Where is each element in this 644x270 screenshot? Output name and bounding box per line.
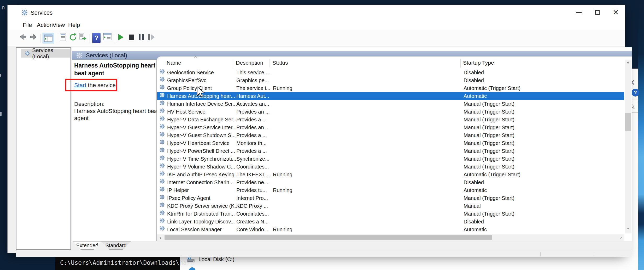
service-status: Running [273,171,292,178]
service-row[interactable]: Hyper-V Data Exchange Ser... Provides a … [157,116,624,123]
service-status: Running [273,226,292,233]
refresh-button[interactable] [69,33,77,41]
minimize-icon [576,12,582,13]
column-divider[interactable] [460,59,461,68]
service-row[interactable]: IKE and AuthIP IPsec Keying... The IKEEX… [157,171,624,178]
service-startup-type: Manual (Trigger Start) [464,100,514,108]
menu-file[interactable]: File [21,21,33,29]
service-row[interactable]: Local Session Manager Core Windo... Runn… [157,226,624,233]
service-row[interactable]: HV Host Service Provides an ... Manual (… [157,108,624,116]
service-row[interactable]: Group Policy Client The service i... Run… [157,84,624,92]
service-row[interactable]: Harness AutoStopping hear... Harness Aut… [157,92,624,100]
console-window[interactable]: C:\Users\Administrator\Downloads\harn [55,255,180,270]
service-row[interactable]: Hyper-V PowerShell Direct ... Provides a… [157,147,624,155]
pause-icon [139,34,144,40]
scroll-left-icon[interactable]: ‹ [157,234,163,241]
back-button[interactable] [19,33,27,41]
column-divider[interactable] [233,59,233,68]
properties-button[interactable] [59,33,67,41]
show-console-tree-button[interactable] [43,33,54,43]
service-name: IKE and AuthIP IPsec Keying... [167,171,239,178]
gear-icon [159,226,165,231]
service-name: Hyper-V Heartbeat Service [167,139,230,147]
extended-view-icon [103,33,112,40]
gear-icon [159,210,165,216]
close-button[interactable]: ✕ [607,5,625,20]
scroll-down-icon[interactable]: ˇ [625,227,631,233]
service-name: HV Host Service [167,108,206,116]
service-startup-type: Manual [464,202,481,210]
vertical-scroll-thumb[interactable] [625,113,631,131]
gear-icon [159,155,165,161]
column-header-name[interactable]: Name [167,60,181,68]
forward-button[interactable] [30,33,37,41]
menu-view[interactable]: View [51,21,66,29]
service-row[interactable]: Internet Connection Sharin... Provides n… [157,178,624,186]
service-description: Coordinates... [236,210,269,218]
service-row[interactable]: Hyper-V Volume Shadow C... Coordinates..… [157,163,624,171]
service-description: Creates a N... [236,218,268,226]
service-row[interactable]: Hyper-V Guest Shutdown S... Provides a .… [157,131,624,139]
column-header-status[interactable]: Status [272,60,288,68]
service-name: Human Interface Device Ser... [167,100,237,108]
column-header-startup[interactable]: Startup Type [463,60,494,68]
service-name: Hyper-V Guest Service Inter... [167,123,237,131]
title-bar[interactable]: Services ✕ [8,5,625,20]
service-description: Provides ne... [236,178,268,186]
desktop-icon-label-fragment: n [2,4,5,11]
gear-icon [159,163,165,168]
help-button[interactable]: ? [92,33,101,43]
pause-service-button[interactable] [139,34,144,40]
service-row[interactable]: IP Helper Provides tu... Running Automat… [157,186,624,194]
show-extended-view-button[interactable] [103,33,112,40]
toolbar-separator [115,34,115,43]
column-header-description[interactable]: Description [236,60,263,68]
start-icon [118,34,124,40]
service-name: Hyper-V Time Synchronizati... [167,155,236,163]
help-icon[interactable]: ? [631,89,639,97]
properties-icon [59,33,67,41]
service-row[interactable]: GraphicsPerfSvc Graphics pe... Disabled [157,76,624,84]
service-row[interactable]: Hyper-V Guest Service Inter... Provides … [157,123,624,131]
service-row[interactable]: IPsec Policy Agent Internet Pro... Manua… [157,194,624,202]
tree-item-label: Services (Local) [32,47,70,60]
scroll-up-icon[interactable]: ˅ [625,60,631,66]
menu-help[interactable]: Help [67,21,81,29]
restart-service-button[interactable] [148,34,155,40]
services-list-card: Name Description Status Startup Type Geo… [156,56,632,241]
tree-item-services-local[interactable]: Services (Local) [21,49,70,58]
toolbar-separator [90,34,90,43]
service-name: Internet Connection Sharin... [167,178,234,186]
service-description: This service ... [236,69,270,76]
minimize-button[interactable] [570,5,588,20]
maximize-icon [595,10,600,15]
desktop: n ✕ ✓ ? C:\Users\Administrator\Downloads… [0,0,644,270]
horizontal-scrollbar[interactable]: ‹ › [157,234,624,241]
sort-ascending-icon [194,56,198,59]
service-row[interactable]: Hyper-V Time Synchronizati... Synchroniz… [157,155,624,163]
tab-standard[interactable]: Standard [101,241,131,250]
tab-extended[interactable]: Extended [73,241,102,250]
horizontal-scroll-thumb[interactable] [165,235,492,240]
service-row[interactable]: Hyper-V Heartbeat Service Monitors th...… [157,139,624,147]
console-tree-panel: Services (Local) [16,47,71,250]
gear-icon [159,186,165,192]
services-window: Services ✕ File Action View Help [7,5,625,253]
scroll-right-icon[interactable]: › [618,234,624,241]
maximize-button[interactable] [588,5,606,20]
service-row[interactable]: Human Interface Device Ser... Activates … [157,100,624,108]
column-divider[interactable] [270,59,270,68]
service-startup-type: Automatic [464,226,487,233]
service-row[interactable]: Link-Layer Topology Discov... Creates a … [157,218,624,226]
stop-service-button[interactable] [129,35,134,40]
service-row[interactable]: Geolocation Service This service ... Dis… [157,69,624,76]
export-list-button[interactable] [79,33,87,41]
service-startup-type: Automatic (Trigger Start) [464,171,520,178]
service-row[interactable]: KDC Proxy Server service (K... KDC Proxy… [157,202,624,210]
service-startup-type: Manual (Trigger Start) [464,194,514,202]
description-label: Description: [74,101,104,108]
vertical-scrollbar[interactable]: ˅ ˇ [625,60,631,233]
service-row[interactable]: KtmRm for Distributed Tran... Coordinate… [157,210,624,218]
service-description: Provides a ... [236,147,267,155]
start-service-button[interactable] [118,34,124,40]
